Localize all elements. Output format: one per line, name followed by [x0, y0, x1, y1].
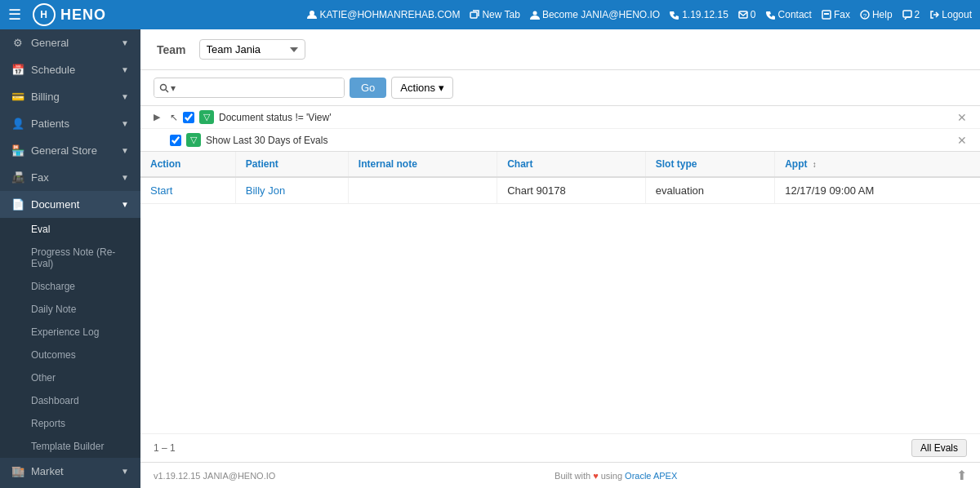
- cell-patient-0[interactable]: Billy Jon: [235, 177, 348, 204]
- sidebar-label-market: Market: [31, 465, 64, 477]
- top-navigation: ☰ H HENO KATIE@HOHMANREHAB.COM New Tab B…: [0, 0, 980, 29]
- search-input[interactable]: [180, 78, 344, 97]
- search-icon-btn[interactable]: ▾: [154, 79, 180, 97]
- cell-appt-0: 12/17/19 09:00 AM: [775, 177, 980, 204]
- mail-icon: [738, 10, 748, 20]
- filter-text-1: Show Last 30 Days of Evals: [206, 135, 952, 146]
- sidebar-item-schedule[interactable]: 📅 Schedule ▼: [0, 56, 140, 83]
- sidebar-label-patients: Patients: [31, 118, 69, 130]
- document-icon: 📄: [11, 198, 24, 211]
- svg-line-10: [166, 90, 168, 92]
- sidebar-item-general-store[interactable]: 🏪 General Store ▼: [0, 137, 140, 164]
- help-btn[interactable]: ? Help: [860, 9, 893, 20]
- content-header: Team Team Jania: [140, 29, 980, 70]
- new-tab-btn[interactable]: New Tab: [470, 9, 519, 20]
- help-icon: ?: [860, 10, 870, 20]
- sidebar-label-general: General: [31, 37, 69, 49]
- oracle-apex-link[interactable]: Oracle APEX: [625, 471, 677, 481]
- pagination-info: 1 – 1: [154, 442, 176, 454]
- sidebar-item-reports-doc[interactable]: Reports: [0, 412, 140, 435]
- filter-checkbox-1[interactable]: [170, 135, 181, 146]
- chevron-general-store: ▼: [121, 146, 129, 155]
- schedule-icon: 📅: [11, 64, 24, 76]
- svg-text:?: ?: [863, 12, 867, 20]
- table-header-row: Action Patient Internal note Chart Slot: [140, 152, 980, 177]
- footer-version: v1.19.12.15 JANIA@HENO.IO: [154, 471, 275, 481]
- mail-btn[interactable]: 0: [738, 9, 756, 20]
- footer-built: Built with ♥ using Oracle APEX: [555, 471, 677, 481]
- sidebar-item-progress-note[interactable]: Progress Note (Re-Eval): [0, 241, 140, 275]
- team-select[interactable]: Team Jania: [199, 39, 305, 60]
- message-icon: [902, 10, 912, 20]
- sidebar-item-billing[interactable]: 💳 Billing ▼: [0, 83, 140, 110]
- sidebar-item-other[interactable]: Other: [0, 366, 140, 389]
- general-icon: ⚙: [11, 37, 24, 49]
- svg-rect-8: [903, 11, 911, 17]
- become-user-btn[interactable]: Become JANIA@HENO.IO: [530, 9, 660, 20]
- cell-internal-note-0: [348, 177, 497, 204]
- page-footer: v1.19.12.15 JANIA@HENO.IO Built with ♥ u…: [140, 462, 980, 488]
- sidebar-item-general[interactable]: ⚙ General ▼: [0, 29, 140, 56]
- user-email[interactable]: KATIE@HOHMANREHAB.COM: [307, 9, 460, 20]
- col-header-appt[interactable]: Appt ↕: [775, 152, 980, 177]
- sort-icon-appt: ↕: [813, 160, 817, 169]
- sidebar-label-schedule: Schedule: [31, 64, 75, 76]
- sidebar-label-fax: Fax: [31, 171, 49, 184]
- actions-button[interactable]: Actions ▾: [391, 77, 453, 99]
- main-layout: ⚙ General ▼ 📅 Schedule ▼ 💳 Billing ▼ 👤 P…: [0, 29, 980, 488]
- cell-slot-type-0: evaluation: [645, 177, 774, 204]
- col-header-chart[interactable]: Chart: [497, 152, 646, 177]
- col-header-slot-type[interactable]: Slot type: [645, 152, 774, 177]
- svg-point-9: [161, 84, 167, 90]
- sidebar-item-dashboard[interactable]: Dashboard: [0, 389, 140, 412]
- patients-icon: 👤: [11, 118, 24, 130]
- hamburger-menu[interactable]: ☰: [8, 6, 21, 24]
- filter-icon-btn-1[interactable]: ▽: [186, 133, 201, 147]
- filter-text-0: Document status != 'View': [219, 112, 952, 123]
- logout-btn[interactable]: Logout: [929, 9, 972, 20]
- col-header-action[interactable]: Action: [140, 152, 235, 177]
- chevron-market: ▼: [121, 467, 129, 476]
- search-wrap: ▾: [154, 78, 345, 98]
- all-evals-button[interactable]: All Evals: [911, 439, 967, 457]
- sidebar-item-discharge[interactable]: Discharge: [0, 275, 140, 298]
- sidebar-item-daily-note[interactable]: Daily Note: [0, 298, 140, 321]
- heart-icon: ♥: [593, 471, 601, 481]
- sidebar-label-billing: Billing: [31, 91, 60, 103]
- version-info: 1.19.12.15: [670, 9, 728, 20]
- col-header-internal-note[interactable]: Internal note: [348, 152, 497, 177]
- filter-icon-btn-0[interactable]: ▽: [199, 110, 214, 124]
- scroll-top-btn[interactable]: ⬆: [956, 468, 967, 483]
- filter-checkbox-0[interactable]: [183, 112, 194, 123]
- sidebar-item-eval[interactable]: Eval: [0, 218, 140, 241]
- search-icon: [159, 83, 169, 93]
- general-store-icon: 🏪: [11, 144, 24, 157]
- sidebar-item-market[interactable]: 🏬 Market ▼: [0, 458, 140, 485]
- filter-toggle-0[interactable]: ▶: [154, 112, 165, 122]
- fax-btn[interactable]: Fax: [822, 9, 850, 20]
- sidebar-item-admin[interactable]: 🔧 Admin ▼: [0, 485, 140, 488]
- sidebar-item-document[interactable]: 📄 Document ▼: [0, 191, 140, 218]
- sidebar-item-experience-log[interactable]: Experience Log: [0, 321, 140, 344]
- sidebar-item-template-builder[interactable]: Template Builder: [0, 435, 140, 458]
- messages-btn[interactable]: 2: [902, 9, 920, 20]
- filter-close-0[interactable]: ✕: [957, 111, 967, 124]
- svg-rect-5: [824, 13, 829, 15]
- top-nav-actions: KATIE@HOHMANREHAB.COM New Tab Become JAN…: [307, 9, 972, 20]
- cell-action-0[interactable]: Start: [140, 177, 235, 204]
- chevron-document: ▼: [121, 200, 129, 209]
- sidebar: ⚙ General ▼ 📅 Schedule ▼ 💳 Billing ▼ 👤 P…: [0, 29, 140, 488]
- chevron-fax: ▼: [121, 173, 129, 182]
- filter-close-1[interactable]: ✕: [957, 134, 967, 147]
- filter-rows: ▶ ↖ ▽ Document status != 'View' ✕ ▶ ▽ Sh…: [140, 106, 980, 152]
- svg-rect-3: [739, 11, 747, 18]
- filter-row-1: ▶ ▽ Show Last 30 Days of Evals ✕: [140, 129, 980, 151]
- go-button[interactable]: Go: [350, 78, 386, 98]
- sidebar-item-patients[interactable]: 👤 Patients ▼: [0, 110, 140, 137]
- team-label: Team: [157, 43, 186, 56]
- sidebar-item-fax[interactable]: 📠 Fax ▼: [0, 164, 140, 191]
- col-header-patient[interactable]: Patient: [235, 152, 348, 177]
- contact-btn[interactable]: Contact: [766, 9, 812, 20]
- cursor-icon: ↖: [170, 112, 178, 123]
- sidebar-item-outcomes[interactable]: Outcomes: [0, 344, 140, 366]
